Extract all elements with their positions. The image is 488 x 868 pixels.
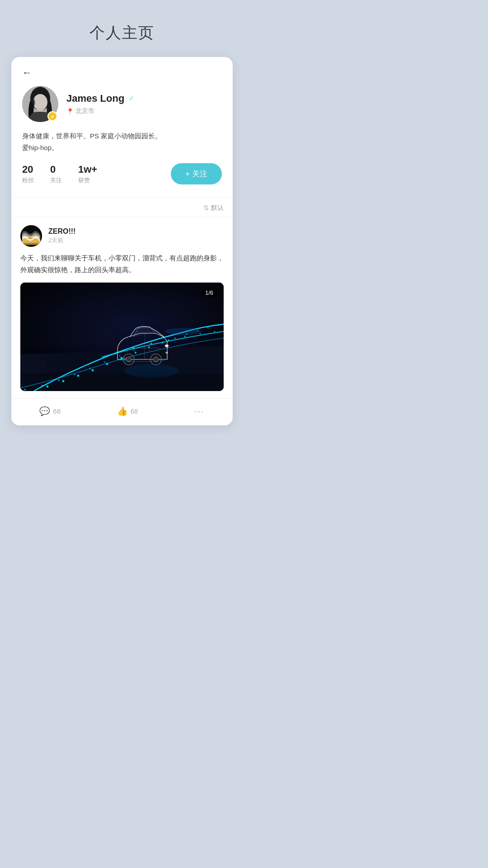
profile-info: James Long ♂ 📍 北京市 bbox=[66, 93, 222, 115]
post-text: 今天，我们来聊聊关于车机，小零双门，溜背式，有点超跑的身影，外观确实很惊艳，路上… bbox=[20, 252, 224, 276]
bio: 身体健康，世界和平。PS 家庭小动物园园长。 爱hip-hop。 bbox=[22, 130, 222, 153]
svg-point-35 bbox=[184, 335, 186, 337]
svg-point-28 bbox=[104, 361, 105, 363]
svg-point-39 bbox=[165, 352, 168, 354]
profile-card: ← bbox=[11, 57, 233, 197]
stat-fans: 20 粉丝 bbox=[22, 164, 34, 184]
like-icon: 👍 bbox=[117, 406, 128, 416]
svg-point-21 bbox=[207, 327, 208, 328]
username-row: James Long ♂ bbox=[66, 93, 222, 104]
gender-icon: ♂ bbox=[128, 94, 134, 104]
svg-point-11 bbox=[77, 374, 80, 377]
post-author-col: ZERO!!! 2天前 bbox=[48, 227, 75, 245]
post-time: 2天前 bbox=[48, 236, 75, 245]
likes-label: 获赞 bbox=[78, 176, 90, 184]
svg-point-25 bbox=[58, 379, 60, 381]
fans-label: 粉丝 bbox=[22, 176, 34, 184]
follow-button[interactable]: + 关注 bbox=[171, 163, 222, 184]
svg-rect-40 bbox=[117, 347, 118, 349]
svg-point-12 bbox=[92, 369, 94, 371]
svg-point-38 bbox=[165, 344, 169, 347]
following-count: 0 bbox=[50, 164, 56, 175]
post-author-name[interactable]: ZERO!!! bbox=[48, 227, 75, 236]
svg-point-23 bbox=[24, 389, 26, 391]
svg-point-16 bbox=[148, 346, 150, 348]
svg-point-29 bbox=[119, 355, 121, 356]
location-row: 📍 北京市 bbox=[66, 107, 222, 115]
main-content: ← bbox=[11, 57, 233, 425]
svg-point-10 bbox=[62, 380, 65, 382]
post: ZERO!!! 2天前 今天，我们来聊聊关于车机，小零双门，溜背式，有点超跑的身… bbox=[11, 217, 233, 398]
page-title: 个人主页 bbox=[89, 0, 155, 57]
svg-point-34 bbox=[168, 339, 169, 340]
svg-point-24 bbox=[41, 385, 43, 387]
post-avatar bbox=[20, 225, 42, 247]
svg-point-31 bbox=[114, 353, 116, 354]
comment-icon: 💬 bbox=[39, 406, 50, 416]
svg-point-36 bbox=[200, 333, 201, 334]
fans-count: 20 bbox=[22, 164, 33, 175]
sort-label[interactable]: 默认 bbox=[211, 204, 224, 212]
following-label: 关注 bbox=[50, 176, 62, 184]
comment-count: 68 bbox=[53, 407, 61, 415]
image-counter: 1/6 bbox=[201, 288, 217, 297]
location-pin-icon: 📍 bbox=[66, 108, 74, 115]
svg-point-2 bbox=[33, 94, 47, 110]
stat-likes: 1w+ 获赞 bbox=[78, 164, 97, 184]
avatar-wrapper: v bbox=[22, 86, 58, 122]
verified-badge: v bbox=[47, 111, 57, 121]
post-header: ZERO!!! 2天前 bbox=[20, 225, 224, 247]
bottom-nav: 💬 68 👍 68 ··· bbox=[11, 398, 233, 425]
profile-header: v James Long ♂ 📍 北京市 bbox=[22, 86, 222, 122]
svg-point-18 bbox=[174, 337, 176, 339]
bio-line2: 爱hip-hop。 bbox=[22, 144, 58, 151]
nav-comment[interactable]: 💬 68 bbox=[39, 406, 61, 416]
post-image[interactable]: 1/6 bbox=[20, 283, 224, 391]
more-icon: ··· bbox=[194, 406, 205, 416]
bio-line1: 身体健康，世界和平。PS 家庭小动物园园长。 bbox=[22, 132, 162, 140]
stat-following: 0 关注 bbox=[50, 164, 62, 184]
back-button[interactable]: ← bbox=[22, 67, 32, 79]
likes-count: 1w+ bbox=[78, 164, 97, 175]
sort-icon: ⇅ bbox=[203, 204, 209, 212]
svg-point-22 bbox=[218, 325, 219, 326]
svg-point-48 bbox=[165, 328, 201, 335]
svg-point-26 bbox=[74, 373, 75, 375]
nav-more[interactable]: ··· bbox=[194, 406, 205, 416]
svg-point-30 bbox=[134, 349, 135, 351]
svg-point-47 bbox=[124, 364, 178, 377]
svg-point-15 bbox=[135, 352, 136, 354]
stats-follow-row: 20 粉丝 0 关注 1w+ 获赞 + 关注 bbox=[22, 163, 222, 184]
svg-point-37 bbox=[214, 330, 216, 332]
like-count: 68 bbox=[131, 407, 138, 415]
nav-like[interactable]: 👍 68 bbox=[117, 406, 138, 416]
svg-point-33 bbox=[150, 343, 152, 344]
username: James Long bbox=[66, 93, 124, 104]
location-text: 北京市 bbox=[75, 107, 94, 115]
svg-point-27 bbox=[89, 368, 91, 369]
svg-point-9 bbox=[47, 385, 49, 387]
feed-card: ⇅ 默认 ZERO!!! 2天前 bbox=[11, 197, 233, 425]
sort-bar: ⇅ 默认 bbox=[11, 198, 233, 217]
